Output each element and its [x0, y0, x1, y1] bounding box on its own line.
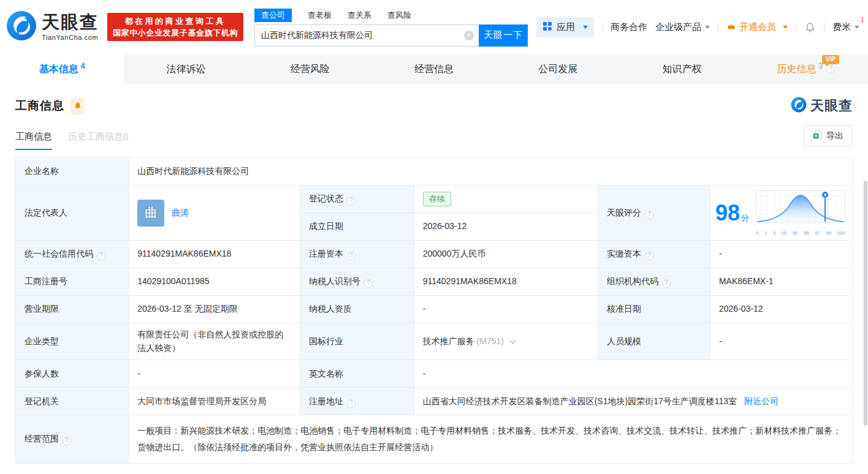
score-unit: 分 — [741, 213, 749, 222]
table-row: 企业类型 有限责任公司（非自然人投资或控股的法人独资） 国标行业 技术推广服务 … — [16, 323, 853, 360]
search-input[interactable] — [261, 31, 464, 40]
tab-label: 公司发展 — [538, 63, 577, 76]
tyc-score-cell: 98分 — [710, 186, 852, 241]
search-tab-relation[interactable]: 查关系 — [348, 10, 371, 21]
search-block: 查公司 查老板 查关系 查风险 × 天眼一下 — [254, 8, 528, 47]
tab-label: 知识产权 — [663, 63, 702, 76]
promo-banner: 都在用的商业查询工具 国家中小企业发展子基金旗下机构 — [107, 13, 243, 41]
tick: 0 — [756, 230, 758, 237]
field-label: 参保人数 — [16, 360, 129, 388]
field-label-text: 实缴资本 — [607, 249, 641, 258]
help-icon[interactable]: ? — [347, 197, 356, 205]
help-icon[interactable]: ? — [97, 252, 105, 260]
nav-enterprise-products[interactable]: 企业级产品 — [655, 21, 710, 33]
status-badge: 存续 — [423, 192, 451, 206]
industry-name: 技术推广服务 — [423, 336, 474, 346]
nearby-companies-link[interactable]: 附近公司 — [744, 396, 779, 406]
open-vip-button[interactable]: 开通会员 — [726, 21, 788, 33]
field-label: 营业期限 — [16, 296, 129, 323]
org-code-value: MAK86EMX-1 — [710, 268, 852, 296]
tianyancha-logo[interactable]: 天眼查 TianYanCha.com — [6, 10, 99, 43]
help-icon[interactable]: ? — [645, 211, 653, 219]
field-label: 工商注册号 — [16, 268, 129, 296]
paid-capital-value: - — [710, 241, 852, 268]
field-label: 纳税人资质 — [300, 296, 414, 323]
approval-date-value: 2026-03-12 — [710, 296, 852, 323]
reg-capital-value: 200000万人民币 — [414, 241, 598, 268]
credit-code-value: 91140291MAK86EMX18 — [129, 241, 300, 268]
field-label: 国标行业 — [300, 323, 414, 360]
table-row: 经营范围? 一般项目：新兴能源技术研发；电池制造；电池销售；电子专用材料制造；电… — [16, 415, 853, 463]
tab-basic-info[interactable]: 基本信息 4 — [0, 54, 124, 85]
field-label: 组织机构代码? — [598, 268, 710, 296]
business-term-value: 2026-03-12 至 无固定期限 — [129, 296, 300, 323]
search-tab-boss[interactable]: 查老板 — [308, 10, 332, 21]
table-row: 登记机关 大同市市场监督管理局开发区分局 注册地址? 山西省大同经济技术开发区装… — [16, 388, 853, 415]
reg-address-cell: 山西省大同经济技术开发区装备制造产业园区(S1地块)园荣街17号生产调度楼113… — [414, 388, 852, 415]
field-label: 法定代表人 — [16, 186, 129, 241]
chevron-down-icon[interactable] — [509, 337, 516, 344]
industry-value: 技术推广服务 (M751) — [414, 323, 598, 360]
tab-intellectual-property[interactable]: 知识产权 — [620, 54, 744, 85]
legal-rep-link[interactable]: 曲涛 — [172, 206, 189, 220]
english-name-value: - — [414, 360, 852, 388]
field-label-text: 天眼评分 — [607, 208, 641, 217]
apps-menu[interactable]: 应用 — [536, 17, 594, 37]
taxpayer-quali-value: - — [414, 296, 598, 323]
chevron-down-icon — [705, 26, 710, 29]
tick: 1 — [764, 230, 767, 237]
search-tab-company[interactable]: 查公司 — [254, 9, 292, 22]
help-icon[interactable]: ? — [645, 252, 653, 260]
user-menu[interactable]: 费米 1 — [832, 21, 859, 33]
chevron-down-icon — [583, 26, 588, 29]
tab-legal-litigation[interactable]: 法律诉讼 — [124, 54, 248, 85]
search-tab-risk[interactable]: 查风险 — [387, 10, 411, 21]
tab-history-info[interactable]: 历史信息 3 ? VIP — [744, 54, 868, 85]
avatar[interactable]: 曲 — [137, 200, 164, 227]
field-label: 注册地址? — [300, 388, 414, 415]
export-button[interactable]: 导出 — [804, 125, 853, 146]
monitor-bell-button[interactable] — [70, 98, 85, 115]
nav-business-cooperation[interactable]: 商务合作 — [611, 21, 647, 33]
apps-grid-icon — [542, 21, 552, 33]
field-label: 人员规模 — [598, 323, 710, 360]
tick: 100 — [837, 230, 845, 237]
tick: 85 — [804, 230, 809, 237]
field-label: 英文名称 — [300, 360, 414, 388]
search-button[interactable]: 天眼一下 — [479, 24, 528, 47]
field-label: 纳税人识别号? — [300, 268, 414, 296]
tick: 97 — [815, 230, 820, 237]
tab-label: 历史信息 — [777, 63, 816, 76]
divider — [796, 23, 796, 32]
table-row: 参保人数 - 英文名称 - — [16, 360, 853, 388]
notification-count-badge: 1 — [861, 16, 864, 23]
chart-x-ticks: 0 1 3 15 50 85 97 99 100 — [754, 230, 847, 237]
field-label: 经营范围? — [16, 415, 129, 463]
tab-operating-risk[interactable]: 经营风险 — [248, 54, 372, 85]
scrollbar[interactable] — [864, 181, 867, 426]
field-label: 企业类型 — [16, 323, 129, 360]
tianyancha-watermark: 天眼查 — [791, 97, 853, 115]
help-icon[interactable]: ? — [364, 279, 373, 288]
subtab-business-info[interactable]: 工商信息 — [15, 131, 52, 150]
help-icon[interactable]: ? — [662, 279, 671, 288]
crown-icon — [726, 21, 736, 33]
table-row: 营业期限 2026-03-12 至 无固定期限 纳税人资质 - 核准日期 202… — [16, 296, 853, 323]
brand-domain: TianYanCha.com — [42, 34, 99, 41]
subtab-history-business-info[interactable]: 历史工商信息0 — [68, 131, 128, 150]
help-icon[interactable]: ? — [63, 437, 71, 445]
notifications-bell[interactable] — [804, 21, 816, 33]
chevron-down-icon — [855, 26, 859, 29]
clear-search-icon[interactable]: × — [464, 31, 474, 40]
help-icon[interactable]: ? — [347, 399, 356, 408]
excel-icon — [813, 130, 822, 141]
tab-operating-info[interactable]: 经营信息 — [372, 54, 496, 85]
help-icon[interactable]: ? — [826, 65, 835, 73]
export-label: 导出 — [826, 130, 843, 141]
tab-company-development[interactable]: 公司发展 — [496, 54, 620, 85]
help-icon[interactable]: ? — [347, 252, 356, 260]
field-label-text: 统一社会信用代码 — [25, 249, 93, 258]
chevron-down-icon — [783, 26, 788, 29]
reg-authority-value: 大同市市场监督管理局开发区分局 — [129, 388, 300, 415]
subtabs: 工商信息 历史工商信息0 — [15, 131, 128, 150]
